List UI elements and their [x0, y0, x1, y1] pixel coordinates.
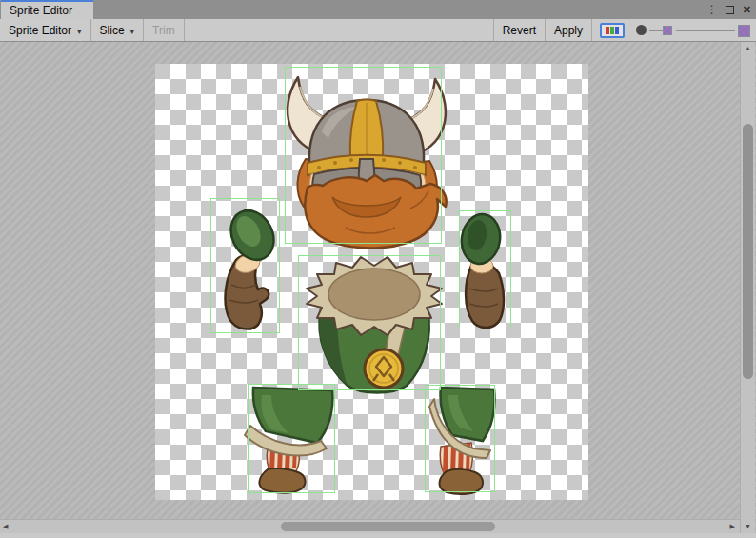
- revert-button[interactable]: Revert: [493, 19, 545, 41]
- window-bottom-edge: [0, 533, 756, 538]
- scroll-right-icon[interactable]: ▶: [730, 520, 735, 533]
- mipmap-texture-icon: [738, 25, 750, 37]
- horizontal-scrollbar[interactable]: ◀ ▶: [0, 519, 740, 533]
- vertical-scrollbar-thumb[interactable]: [743, 124, 753, 379]
- zoom-slider-knob[interactable]: [636, 25, 647, 35]
- rgb-red-stripe-icon: [606, 27, 609, 34]
- sprite-editor-mode-label: Sprite Editor: [9, 24, 71, 37]
- slice-rect-torso[interactable]: [298, 255, 441, 390]
- sprite-editor-toolbar: Sprite Editor ▾ Slice ▾ Trim Revert Appl…: [0, 19, 756, 42]
- zoom-slider-track[interactable]: [649, 30, 663, 31]
- slice-dropdown[interactable]: Slice ▾: [91, 19, 145, 41]
- revert-label: Revert: [503, 24, 536, 37]
- slice-rect-leg-left[interactable]: [248, 384, 335, 493]
- slice-label: Slice: [100, 24, 125, 37]
- scroll-down-icon[interactable]: ▼: [741, 522, 755, 531]
- trim-label: Trim: [152, 24, 175, 37]
- maximize-icon[interactable]: [726, 6, 734, 14]
- rgb-blue-stripe-icon: [615, 27, 619, 34]
- mipmap-slider-track[interactable]: [676, 30, 735, 31]
- slice-rect-arm-right[interactable]: [459, 210, 511, 329]
- horizontal-scrollbar-thumb[interactable]: [281, 522, 495, 531]
- sprite-texture-canvas[interactable]: [155, 64, 588, 500]
- kebab-menu-icon[interactable]: ⋮: [706, 4, 717, 15]
- vertical-scrollbar[interactable]: ▲ ▼: [740, 42, 755, 533]
- rgb-green-stripe-icon: [610, 27, 614, 34]
- tab-label: Sprite Editor: [10, 4, 72, 17]
- trim-button[interactable]: Trim: [144, 19, 185, 41]
- scroll-up-icon[interactable]: ▲: [741, 44, 755, 53]
- close-icon[interactable]: ✕: [743, 5, 751, 15]
- rgb-color-mode-toggle[interactable]: [600, 23, 625, 38]
- sprite-editor-mode-dropdown[interactable]: Sprite Editor ▾: [0, 19, 91, 41]
- window-controls: ⋮ ✕: [706, 0, 751, 19]
- mipmap-slider-thumb-icon[interactable]: [663, 26, 672, 35]
- window-tab-bar: Sprite Editor ⋮ ✕: [0, 0, 756, 19]
- chevron-down-icon: ▾: [77, 27, 82, 36]
- tab-sprite-editor[interactable]: Sprite Editor: [1, 0, 93, 19]
- slice-rect-arm-left[interactable]: [210, 198, 280, 333]
- chevron-down-icon: ▾: [130, 27, 135, 36]
- apply-button[interactable]: Apply: [545, 19, 592, 41]
- scroll-left-icon[interactable]: ◀: [3, 520, 8, 533]
- sprite-editor-viewport[interactable]: ▲ ▼ ◀ ▶: [0, 42, 756, 538]
- slice-rect-leg-right[interactable]: [425, 385, 495, 492]
- slice-rect-head[interactable]: [285, 67, 442, 244]
- view-sliders: [631, 23, 753, 38]
- slice-layer: [155, 64, 588, 500]
- apply-label: Apply: [554, 24, 583, 37]
- toolbar-spacer: [185, 19, 493, 41]
